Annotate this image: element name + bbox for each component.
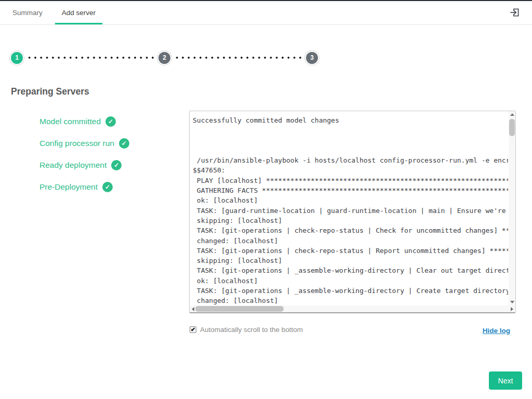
tab-add-server[interactable]: Add server xyxy=(55,1,102,24)
vertical-scrollbar-thumb[interactable] xyxy=(509,119,515,136)
checklist-item-pre-deployment: Pre-Deployment ✓ xyxy=(39,182,129,192)
horizontal-scrollbar-thumb[interactable] xyxy=(195,306,284,312)
top-nav: Summary Add server xyxy=(0,1,532,25)
checklist-label: Model committed xyxy=(39,117,101,126)
checklist-label: Ready deployment xyxy=(39,161,107,170)
autoscroll-checkbox[interactable]: ✔ xyxy=(190,326,196,333)
step-connector xyxy=(174,57,302,59)
checklist-item-ready-deployment: Ready deployment ✓ xyxy=(39,160,129,170)
step-1: 1 xyxy=(11,52,23,64)
step-connector xyxy=(26,57,155,59)
checklist-label: Pre-Deployment xyxy=(39,182,98,192)
checklist-item-config-processor: Config processor run ✓ xyxy=(39,138,129,149)
tab-summary[interactable]: Summary xyxy=(12,1,43,24)
step-2: 2 xyxy=(158,52,170,64)
next-button[interactable]: Next xyxy=(489,371,522,390)
scroll-right-arrow-icon[interactable] xyxy=(509,305,515,312)
autoscroll-label[interactable]: Automatically scroll to the bottom xyxy=(200,326,303,334)
checklist-label: Config processor run xyxy=(39,139,114,148)
scroll-up-arrow-icon[interactable] xyxy=(509,111,515,118)
autoscroll-control: ✔ Automatically scroll to the bottom xyxy=(190,326,303,334)
checklist-item-model-committed: Model committed ✓ xyxy=(39,116,129,127)
log-text: Successfully committed model changes /us… xyxy=(190,111,508,305)
vertical-scrollbar[interactable] xyxy=(509,111,515,305)
step-3: 3 xyxy=(306,52,318,64)
check-circle-icon: ✓ xyxy=(105,116,116,127)
log-viewer[interactable]: Successfully committed model changes /us… xyxy=(189,111,516,313)
check-circle-icon: ✓ xyxy=(102,182,113,192)
progress-stepper: 1 2 3 xyxy=(11,50,318,65)
hide-log-link[interactable]: Hide log xyxy=(483,327,510,335)
exit-to-app-icon[interactable] xyxy=(509,7,521,18)
status-checklist: Model committed ✓ Config processor run ✓… xyxy=(39,116,129,204)
check-circle-icon: ✓ xyxy=(111,160,122,170)
scroll-down-arrow-icon[interactable] xyxy=(509,299,515,305)
horizontal-scrollbar[interactable] xyxy=(190,305,515,312)
check-circle-icon: ✓ xyxy=(119,138,129,149)
page-title: Preparing Servers xyxy=(11,86,89,97)
